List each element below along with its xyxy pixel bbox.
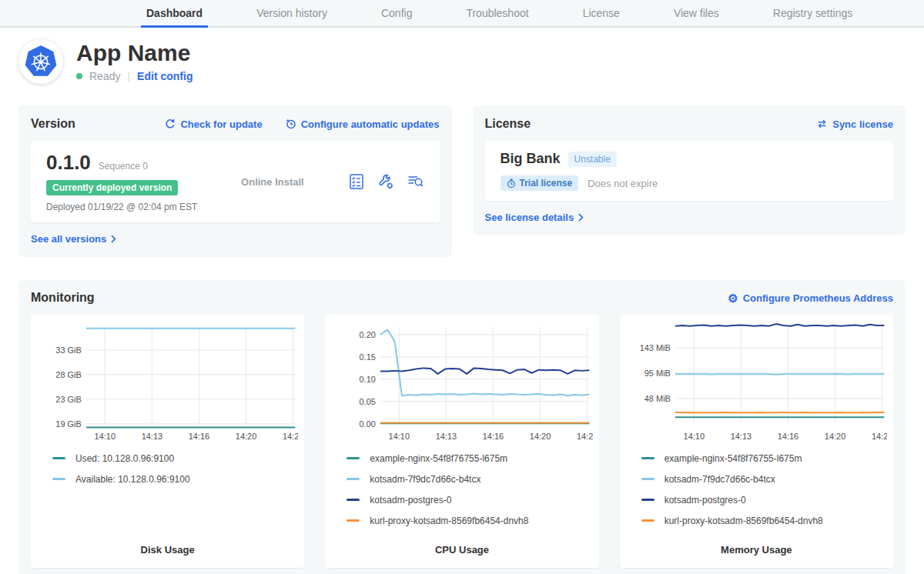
cpu-usage-chart[interactable]: 0.000.050.100.150.2014:1014:1314:1614:20… <box>331 322 592 447</box>
monitoring-section: Monitoring ⚙ Configure Prometheus Addres… <box>18 280 906 574</box>
logs-search-icon <box>407 173 424 190</box>
monitoring-title: Monitoring <box>31 291 95 305</box>
svg-text:14:16: 14:16 <box>189 432 209 441</box>
deployed-timestamp: Deployed 01/19/22 @ 02:04 pm EST <box>46 202 197 212</box>
legend-label: kotsadm-7f9dc7d66c-b4tcx <box>370 474 480 485</box>
legend-swatch-icon <box>346 519 360 522</box>
install-type-label: Online Install <box>197 176 347 188</box>
legend-label: kurl-proxy-kotsadm-8569fb6454-dnvh8 <box>665 516 823 526</box>
checklist-icon <box>348 173 365 190</box>
license-details-box: Big Bank Unstable Trial license Does not… <box>485 141 894 201</box>
channel-badge: Unstable <box>568 152 617 167</box>
deployed-version-badge: Currently deployed version <box>46 180 178 195</box>
legend-item: kotsadm-postgres-0 <box>346 495 592 506</box>
view-deploy-logs-button[interactable] <box>407 173 424 190</box>
disk-usage-chart[interactable]: 19 GiB23 GiB28 GiB33 GiB14:1014:1314:161… <box>37 322 298 447</box>
legend-swatch-icon <box>346 457 360 459</box>
tab-license[interactable]: License <box>578 0 625 28</box>
memory-usage-chart[interactable]: 48 MiB95 MiB143 MiB14:1014:1314:1614:201… <box>626 322 887 447</box>
version-card-title: Version <box>31 117 75 131</box>
svg-text:33 GiB: 33 GiB <box>55 345 82 355</box>
version-number: 0.1.0 <box>46 151 91 175</box>
svg-text:14:10: 14:10 <box>389 432 410 441</box>
stopwatch-icon <box>507 179 516 189</box>
legend-label: Available: 10.128.0.96:9100 <box>75 474 190 485</box>
chevron-right-icon <box>578 213 584 222</box>
status-badge: Ready <box>89 70 120 82</box>
preflight-checks-button[interactable] <box>348 173 365 190</box>
chart-legend: example-nginx-54f8f76755-l675mkotsadm-7f… <box>641 453 887 544</box>
svg-text:14:16: 14:16 <box>483 432 504 441</box>
version-card: Version Check for update <box>18 105 452 257</box>
customer-name: Big Bank <box>500 151 561 167</box>
svg-text:23 GiB: 23 GiB <box>55 395 82 404</box>
legend-item: kotsadm-7f9dc7d66c-b4tcx <box>641 474 887 485</box>
svg-text:14:23: 14:23 <box>872 432 887 441</box>
chart-legend: Used: 10.128.0.96:9100Available: 10.128.… <box>52 453 298 544</box>
svg-text:0.20: 0.20 <box>360 330 376 339</box>
tab-version-history[interactable]: Version history <box>251 0 333 28</box>
svg-text:14:16: 14:16 <box>777 432 798 441</box>
legend-item: Available: 10.128.0.96:9100 <box>52 474 298 485</box>
svg-text:14:20: 14:20 <box>530 432 551 441</box>
chevron-right-icon <box>111 235 116 243</box>
see-license-details-link[interactable]: See license details <box>485 212 584 223</box>
configure-prometheus-link[interactable]: ⚙ Configure Prometheus Address <box>728 292 893 304</box>
check-for-update-link[interactable]: Check for update <box>165 118 262 130</box>
app-header: App Name Ready | Edit config <box>18 39 906 84</box>
legend-label: kotsadm-postgres-0 <box>665 495 746 506</box>
svg-text:14:20: 14:20 <box>236 432 256 441</box>
tab-config[interactable]: Config <box>376 0 417 28</box>
chart-title: CPU Usage <box>331 544 592 559</box>
legend-label: kotsadm-postgres-0 <box>370 495 451 506</box>
legend-label: Used: 10.128.0.96:9100 <box>75 453 174 464</box>
configure-automatic-updates-link[interactable]: Configure automatic updates <box>286 118 440 130</box>
svg-text:0.00: 0.00 <box>360 419 376 429</box>
license-card: License Sync license Big Bank Unstable <box>473 105 906 235</box>
legend-swatch-icon <box>52 457 65 459</box>
legend-item: kurl-proxy-kotsadm-8569fb6454-dnvh8 <box>346 516 592 526</box>
tab-registry-settings[interactable]: Registry settings <box>768 0 858 28</box>
wrench-gear-icon <box>377 173 394 190</box>
chart-legend: example-nginx-54f8f76755-l675mkotsadm-7f… <box>346 453 592 544</box>
disk-usage-chart-card: 19 GiB23 GiB28 GiB33 GiB14:1014:1314:161… <box>31 315 304 568</box>
sync-license-link[interactable]: Sync license <box>816 118 893 130</box>
svg-text:0.10: 0.10 <box>360 375 376 384</box>
svg-text:14:20: 14:20 <box>824 432 845 441</box>
edit-config-link[interactable]: Edit config <box>137 70 192 82</box>
svg-text:28 GiB: 28 GiB <box>55 370 82 379</box>
svg-text:95 MiB: 95 MiB <box>644 369 670 378</box>
legend-swatch-icon <box>641 457 654 459</box>
cpu-usage-chart-card: 0.000.050.100.150.2014:1014:1314:1614:20… <box>325 315 598 568</box>
chart-title: Memory Usage <box>626 544 887 559</box>
svg-text:14:13: 14:13 <box>436 432 457 441</box>
svg-text:0.05: 0.05 <box>360 397 376 406</box>
legend-item: Used: 10.128.0.96:9100 <box>52 453 298 464</box>
tab-dashboard[interactable]: Dashboard <box>141 0 208 28</box>
edit-config-version-button[interactable] <box>377 173 394 190</box>
app-logo <box>18 39 63 84</box>
schedule-icon <box>286 118 296 129</box>
legend-label: kotsadm-7f9dc7d66c-b4tcx <box>665 474 775 485</box>
chart-title: Disk Usage <box>37 544 298 559</box>
kubernetes-icon <box>23 44 59 79</box>
see-all-versions-link[interactable]: See all versions <box>31 233 116 245</box>
current-version-box: 0.1.0 Sequence 0 Currently deployed vers… <box>31 141 440 222</box>
legend-swatch-icon <box>346 478 360 480</box>
memory-usage-chart-card: 48 MiB95 MiB143 MiB14:1014:1314:1614:201… <box>620 315 893 568</box>
tab-troubleshoot[interactable]: Troubleshoot <box>460 0 534 28</box>
page-content: App Name Ready | Edit config Version <box>0 39 924 574</box>
svg-text:14:10: 14:10 <box>95 432 116 441</box>
legend-item: kotsadm-7f9dc7d66c-b4tcx <box>346 474 592 485</box>
legend-item: example-nginx-54f8f76755-l675m <box>641 453 887 464</box>
svg-text:0.15: 0.15 <box>360 352 376 362</box>
svg-text:14:23: 14:23 <box>577 432 592 441</box>
tab-view-files[interactable]: View files <box>668 0 725 28</box>
license-expiration: Does not expire <box>588 178 658 189</box>
legend-label: example-nginx-54f8f76755-l675m <box>370 453 507 464</box>
legend-item: kurl-proxy-kotsadm-8569fb6454-dnvh8 <box>641 516 887 526</box>
svg-text:14:10: 14:10 <box>683 432 704 441</box>
refresh-icon <box>165 118 176 129</box>
svg-text:14:13: 14:13 <box>142 432 162 441</box>
license-card-title: License <box>485 117 531 131</box>
